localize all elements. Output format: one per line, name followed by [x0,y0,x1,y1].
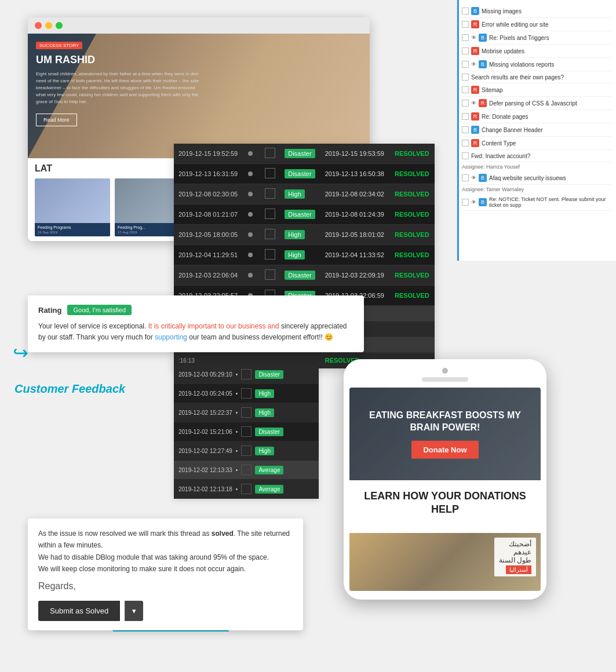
maximize-dot[interactable] [56,22,63,29]
read-more-button[interactable]: Read More [36,114,77,126]
ticket-checkbox[interactable] [260,164,280,184]
btr-dot-4: • [236,448,238,454]
ticket-checkbox[interactable] [260,265,280,286]
btr-dot-0: • [236,371,238,378]
issue-checkbox-7[interactable] [462,100,469,107]
issue-checkbox-11[interactable] [462,152,469,159]
ticket-checkbox[interactable] [260,245,280,265]
assignee-checkbox-0[interactable] [462,174,469,181]
latest-card-1[interactable]: Feeding Programs 19 Sep 2019 [35,178,110,236]
card-date-1: 19 Sep 2019 [38,231,107,234]
ticket-checkbox[interactable] [260,204,280,225]
phone-hero-section: EATING BREAKFAST BOOSTS MY BRAIN POWER! … [349,388,541,480]
issue-icon-7: R [479,99,487,107]
table-row[interactable]: 2019-12-04 11:29:51 High 2019-12-04 11:3… [174,245,435,265]
browser-toolbar [28,17,370,34]
table-row[interactable]: 2019-12-03 22:06:04 Disaster 2019-12-03 … [174,265,435,286]
assignee-checkbox-1[interactable] [462,199,469,206]
ticket-date-end: 2019-12-13 16:50:38 [320,164,390,184]
arabic-badge: أستراليا [506,565,531,574]
table-row[interactable]: 2019-12-08 01:21:07 Disaster 2019-12-08 … [174,204,435,225]
issue-checkbox-8[interactable] [462,113,469,120]
assignee-text-1: Re: NOTICE: Ticket NOT sent. Please subm… [489,196,611,208]
issue-checkbox-0[interactable] [462,8,469,14]
feedback-highlight1: It is critically important to our busine… [148,322,279,330]
btr-checkbox-1[interactable] [241,388,251,399]
ticket-checkbox[interactable] [260,184,280,204]
issue-icon-2: B [479,34,487,42]
eye-icon-7: 👁 [471,100,476,106]
ticket-date-end: 2019-12-08 01:24:39 [320,204,390,225]
ticket-date-start: 2019-12-08 02:30:05 [174,184,243,204]
btr-checkbox-0[interactable] [241,369,251,379]
bottom-row-0[interactable]: 2019-12-03 05:29:10 • Disaster [174,365,319,384]
issue-row-3[interactable]: R Mobrise updates [462,45,611,58]
donate-now-button[interactable]: Donate Now [411,440,478,458]
eye-icon-a1: 👁 [471,199,476,205]
ticket-severity: Disaster [280,265,320,286]
submit-arrow-button[interactable]: ▾ [125,601,143,621]
assignee-issue-0[interactable]: 👁 B Afaq website security issuews [462,171,611,185]
btr-dot-3: • [236,429,238,435]
bottom-row-1[interactable]: 2019-12-03 05:24:05 • High [174,384,319,403]
issue-row-11[interactable]: Fwd: Inactive account? [462,150,611,162]
issue-text-7: Defer parsing of CSS & Javascript [489,100,611,107]
minimize-dot[interactable] [45,22,52,29]
issue-checkbox-10[interactable] [462,140,469,147]
ticket-status: RESOLVED [390,265,435,286]
btr-checkbox-5[interactable] [241,465,251,475]
issue-row-7[interactable]: 👁 R Defer parsing of CSS & Javascript [462,97,611,110]
issue-checkbox-9[interactable] [462,126,469,133]
btr-checkbox-3[interactable] [241,426,251,437]
assignee-issue-1[interactable]: 👁 B Re: NOTICE: Ticket NOT sent. Please … [462,194,611,211]
arrow-left-icon: ↩ [13,342,28,364]
phone-speaker [422,377,468,382]
issue-row-6[interactable]: R Sitemap [462,83,611,97]
issue-row-0[interactable]: B Missing images [462,5,611,18]
feedback-part3: our team and business development effort… [187,333,333,341]
btr-checkbox-4[interactable] [241,445,251,456]
issue-row-1[interactable]: R Error while editing our site [462,18,611,31]
bottom-row-4[interactable]: 2019-12-02 12:27:49 • High [174,441,319,461]
bottom-row-3[interactable]: 2019-12-02 15:21:06 • Disaster [174,422,319,441]
bottom-row-5[interactable]: 2019-12-02 12:13:33 • Average [174,461,319,480]
arabic-text-block: أضحيتك عيدهم طول السنة أستراليا [494,538,536,576]
issue-text-8: Re: Donate pages [482,114,611,120]
phone-screen: EATING BREAKFAST BOOSTS MY BRAIN POWER! … [349,388,541,591]
issue-checkbox-1[interactable] [462,21,469,28]
btr-severity-6: Average [255,485,283,494]
table-row[interactable]: 2019-12-08 02:30:05 High 2019-12-08 02:3… [174,184,435,204]
issue-checkbox-4[interactable] [462,61,469,68]
ticket-checkbox[interactable] [260,144,280,164]
issue-text-9: Change Banner Header [482,127,611,133]
submit-solved-button[interactable]: Submit as Solved [38,601,120,621]
issue-row-4[interactable]: 👁 B Missing violations reports [462,58,611,71]
btr-date-2: 2019-12-02 15:22:37 [178,410,232,416]
issue-row-5[interactable]: Search results are their own pages? [462,71,611,83]
ticket-dot [243,144,260,164]
issue-row-10[interactable]: R Content Type [462,137,611,150]
btr-checkbox-6[interactable] [241,484,251,494]
table-row[interactable]: 2019-12-13 16:31:59 Disaster 2019-12-13 … [174,164,435,184]
issue-checkbox-6[interactable] [462,86,469,93]
btr-dot-5: • [236,467,238,473]
bottom-row-6[interactable]: 2019-12-02 12:13:18 • Average [174,480,319,499]
bottom-row-2[interactable]: 2019-12-02 15:22:37 • High [174,403,319,422]
ticket-checkbox[interactable] [260,225,280,245]
arabic-line-1: أضحيتك [499,540,531,548]
close-dot[interactable] [35,22,42,29]
issue-checkbox-5[interactable] [462,74,469,81]
phone-bottom-image: أضحيتك عيدهم طول السنة أستراليا [349,533,541,591]
table-row[interactable]: 2019-12-05 18:00:05 High 2019-12-05 18:0… [174,225,435,245]
btr-checkbox-2[interactable] [241,407,251,418]
ticket-date-end: 2019-12-15 19:53:59 [320,144,390,164]
ticket-severity: Disaster [280,164,320,184]
issue-row-8[interactable]: R Re: Donate pages [462,110,611,123]
issue-row-9[interactable]: B Change Banner Header [462,123,611,137]
assignee-icon-1: B [479,198,487,206]
ticket-status: RESOLVED [390,245,435,265]
table-row[interactable]: 2019-12-15 19:52:59 Disaster 2019-12-15 … [174,144,435,164]
issue-checkbox-2[interactable] [462,34,469,41]
issue-row-2[interactable]: 👁 B Re: Pixels and Triggers [462,31,611,45]
issue-checkbox-3[interactable] [462,48,469,54]
